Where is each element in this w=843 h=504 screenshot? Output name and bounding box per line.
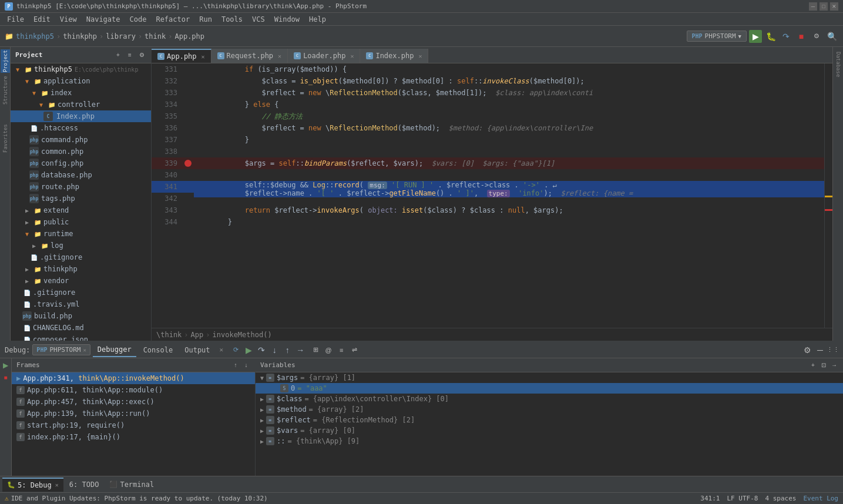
debug-phpstorm-badge[interactable]: PHP PHPSTORM ✕ bbox=[32, 344, 90, 355]
menu-help[interactable]: Help bbox=[304, 14, 331, 25]
var-item-method[interactable]: ▶ ≡ $method = {array} [2] bbox=[256, 404, 843, 415]
debug-run-to-cursor[interactable]: → bbox=[295, 345, 305, 355]
vars-navigate[interactable]: → bbox=[830, 361, 838, 369]
stop-button[interactable]: ■ bbox=[795, 30, 808, 43]
vars-add[interactable]: + bbox=[809, 361, 817, 369]
debug-ctrl-resume[interactable]: ▶ bbox=[1, 361, 11, 370]
var-item-vars[interactable]: ▶ ≡ $vars = {array} [0] bbox=[256, 425, 843, 436]
menu-run[interactable]: Run bbox=[194, 14, 217, 25]
frame-item-1[interactable]: f App.php:611, think\App::module() bbox=[12, 384, 255, 396]
breadcrumb-library[interactable]: library bbox=[106, 32, 136, 41]
bottom-tab-terminal[interactable]: ⬛ Terminal bbox=[105, 478, 159, 492]
left-bar-structure[interactable]: Structure bbox=[1, 79, 10, 102]
tab-close-index[interactable]: ✕ bbox=[418, 53, 422, 59]
tree-item-application[interactable]: ▼ 📁 application bbox=[11, 75, 151, 87]
frame-item-3[interactable]: f App.php:139, think\App::run() bbox=[12, 408, 255, 419]
var-item-args[interactable]: ▼ ≡ $args = {array} [1] bbox=[256, 372, 843, 383]
tree-item-common[interactable]: php common.php bbox=[11, 146, 151, 157]
debug-eval[interactable]: ⊞ bbox=[310, 345, 321, 355]
tree-item-index[interactable]: ▼ 📁 index bbox=[11, 87, 151, 99]
status-indent[interactable]: 4 spaces bbox=[765, 495, 796, 502]
sidebar-gear[interactable]: ⚙ bbox=[137, 51, 146, 60]
tree-item-runtime[interactable]: ▼ 📁 runtime bbox=[11, 228, 151, 240]
debug-resume[interactable]: ▶ bbox=[243, 345, 254, 355]
status-position[interactable]: 341:1 bbox=[700, 495, 720, 502]
debug-rerun[interactable]: ⟳ bbox=[230, 345, 241, 355]
tree-item-changelog[interactable]: 📄 CHANGELOG.md bbox=[11, 322, 151, 334]
frames-up[interactable]: ↑ bbox=[231, 361, 240, 369]
tab-close-app[interactable]: ✕ bbox=[201, 53, 205, 60]
debug-frames[interactable]: ≡ bbox=[336, 345, 347, 355]
tab-close-loader[interactable]: ✕ bbox=[350, 53, 354, 59]
breadcrumb-invoke-method[interactable]: invokeMethod() bbox=[213, 331, 272, 339]
tree-item-vendor[interactable]: ▶ 📁 vendor bbox=[11, 275, 151, 287]
var-item-self[interactable]: ▶ ≡ :: = {think\App} [9] bbox=[256, 436, 843, 446]
vars-copy[interactable]: ⊡ bbox=[820, 361, 828, 369]
search-everywhere[interactable]: 🔍 bbox=[825, 30, 838, 43]
menu-tools[interactable]: Tools bbox=[217, 14, 247, 25]
debug-watch[interactable]: @ bbox=[323, 345, 334, 355]
debug-button[interactable]: 🐛 bbox=[764, 30, 777, 43]
code-editor[interactable]: 331 if (is_array($method)) { 332 $class … bbox=[152, 63, 832, 328]
tree-item-config[interactable]: php config.php bbox=[11, 157, 151, 169]
tree-item-index-php[interactable]: C Index.php bbox=[11, 110, 151, 122]
tree-item-public[interactable]: ▶ 📁 public bbox=[11, 216, 151, 228]
breadcrumb-think[interactable]: \think bbox=[156, 331, 182, 339]
tab-loader-php[interactable]: C Loader.php ✕ bbox=[288, 49, 360, 63]
debug-more[interactable]: ⋮⋮ bbox=[828, 345, 838, 355]
menu-vcs[interactable]: VCS bbox=[247, 14, 270, 25]
menu-code[interactable]: Code bbox=[125, 14, 152, 25]
breadcrumb-think[interactable]: think bbox=[145, 32, 166, 41]
minimize-button[interactable]: ─ bbox=[809, 2, 817, 11]
tree-item-command[interactable]: php command.php bbox=[11, 134, 151, 146]
menu-refactor[interactable]: Refactor bbox=[151, 14, 194, 25]
tab-close-request[interactable]: ✕ bbox=[278, 53, 281, 59]
bottom-tab-debug-close[interactable]: ✕ bbox=[55, 482, 59, 488]
breadcrumb-root[interactable]: 📁 bbox=[5, 32, 14, 41]
tab-request-php[interactable]: C Request.php ✕ bbox=[211, 49, 288, 63]
left-bar-project[interactable]: Project bbox=[1, 49, 10, 73]
phpstorm-badge[interactable]: PHP PHPSTORM ▼ bbox=[687, 31, 747, 42]
tab-app-php[interactable]: C App.php ✕ bbox=[152, 49, 211, 63]
tree-item-route[interactable]: php route.php bbox=[11, 181, 151, 193]
tree-item-thinkphp-dir[interactable]: ▶ 📁 thinkphp bbox=[11, 263, 151, 275]
debug-step-into[interactable]: ↓ bbox=[269, 345, 280, 355]
menu-edit[interactable]: Edit bbox=[29, 14, 55, 25]
frame-item-0[interactable]: ▶ App.php:341, think\App::invokeMethod() bbox=[12, 372, 255, 384]
tab-index-php[interactable]: C Index.php ✕ bbox=[360, 49, 428, 63]
menu-navigate[interactable]: Navigate bbox=[82, 14, 125, 25]
breadcrumb-thinkphp5[interactable]: thinkphp5 bbox=[16, 32, 54, 41]
tree-item-htaccess[interactable]: 📄 .htaccess bbox=[11, 122, 151, 134]
menu-window[interactable]: Window bbox=[270, 14, 304, 25]
left-bar-favorites[interactable]: Favorites bbox=[1, 127, 10, 150]
bottom-tab-todo[interactable]: 6: TODO bbox=[65, 478, 104, 492]
tree-item-extend[interactable]: ▶ 📁 extend bbox=[11, 204, 151, 216]
debug-step-out[interactable]: ↑ bbox=[282, 345, 293, 355]
run-button[interactable]: ▶ bbox=[749, 30, 762, 43]
tree-item-build[interactable]: php build.php bbox=[11, 310, 151, 322]
status-encoding[interactable]: LF UTF-8 bbox=[727, 495, 758, 502]
status-event-log[interactable]: Event Log bbox=[803, 495, 838, 502]
breadcrumb-thinkphp[interactable]: thinkphp bbox=[63, 32, 97, 41]
breakpoint-339[interactable] bbox=[184, 160, 192, 167]
toolbar-settings[interactable]: ⚙ bbox=[810, 30, 823, 43]
tree-item-gitignore2[interactable]: 📄 .gitignore bbox=[11, 251, 151, 263]
close-button[interactable]: ✕ bbox=[830, 2, 838, 11]
debug-tab-console[interactable]: Console bbox=[139, 344, 178, 357]
debug-tab-output[interactable]: Output bbox=[180, 344, 214, 357]
step-over-button[interactable]: ↷ bbox=[780, 30, 792, 43]
right-bar-database[interactable]: Database bbox=[835, 49, 841, 79]
debug-step-over[interactable]: ↷ bbox=[256, 345, 267, 355]
menu-view[interactable]: View bbox=[55, 14, 82, 25]
var-item-reflect[interactable]: ▶ ≡ $reflect = {ReflectionMethod} [2] bbox=[256, 415, 843, 425]
maximize-button[interactable]: □ bbox=[820, 2, 828, 11]
tree-item-database[interactable]: php database.php bbox=[11, 169, 151, 181]
debug-vars[interactable]: ⇌ bbox=[349, 345, 360, 355]
debug-tab-debugger[interactable]: Debugger bbox=[93, 343, 136, 357]
frame-item-4[interactable]: f start.php:19, require() bbox=[12, 419, 255, 431]
menu-file[interactable]: File bbox=[2, 14, 29, 25]
frame-item-5[interactable]: f index.php:17, {main}() bbox=[12, 431, 255, 443]
debug-ctrl-stop[interactable]: ■ bbox=[1, 372, 11, 382]
tree-item-log[interactable]: ▶ 📁 log bbox=[11, 240, 151, 251]
bottom-tab-debug[interactable]: 🐛 5: Debug ✕ bbox=[2, 478, 63, 492]
